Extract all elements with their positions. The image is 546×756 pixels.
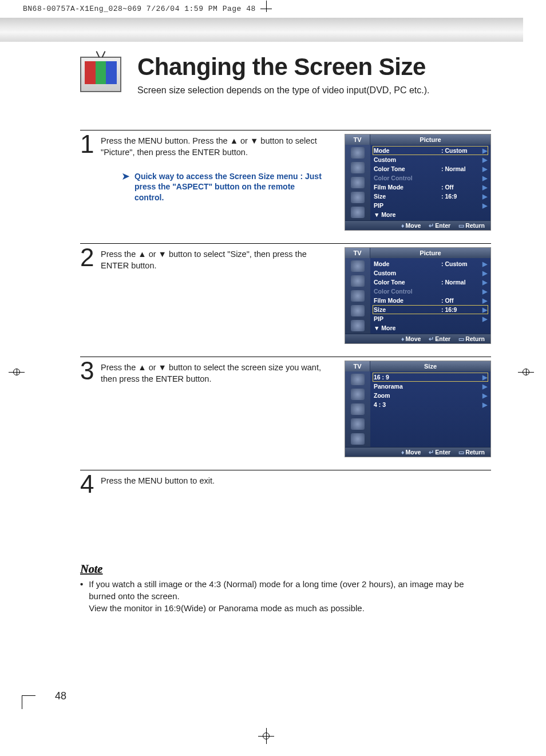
osd-sidebar — [345, 145, 370, 220]
menu-item: Custom▶ — [373, 268, 488, 278]
crop-mark-icon — [14, 695, 42, 724]
osd-menu: Mode: Custom▶Custom▶Color Tone: Normal▶C… — [370, 258, 490, 334]
menu-item: PIP▶ — [373, 201, 488, 210]
step-number: 2 — [80, 247, 95, 272]
menu-item: Zoom▶ — [373, 391, 488, 400]
divider — [80, 243, 491, 244]
osd-sidebar — [345, 371, 370, 447]
osd-menu: 16 : 9▶Panorama▶Zoom▶4 : 3▶ — [370, 371, 490, 447]
sidebar-icon — [351, 290, 365, 302]
osd-title: Picture — [370, 248, 490, 258]
divider — [80, 130, 491, 130]
osd-footer: ♦Move ↵Enter ▭Return — [345, 447, 490, 457]
divider — [80, 357, 491, 357]
sidebar-icon — [351, 374, 365, 385]
menu-item: Mode: Custom▶ — [373, 146, 488, 155]
crop-mark-icon — [2, 366, 31, 395]
page-subtitle: Screen size selection depends on the typ… — [137, 85, 430, 96]
divider — [80, 470, 491, 470]
osd-screenshot-3: TV Size 16 : 9▶Panorama▶Zoom▶4 : 3▶ ♦Mov… — [345, 361, 491, 457]
sidebar-icon — [351, 162, 365, 173]
note-heading: Note — [80, 563, 491, 576]
tip-text: Quick way to access the Screen Size menu… — [134, 171, 324, 204]
menu-item: Color Tone: Normal▶ — [373, 164, 488, 173]
osd-footer: ♦Move ↵Enter ▭Return — [345, 220, 490, 230]
menu-item: 16 : 9▶ — [373, 373, 488, 382]
menu-item: ▼ More — [373, 323, 488, 333]
osd-tv-label: TV — [345, 361, 370, 371]
sidebar-icon — [351, 260, 365, 272]
step-text: Press the ▲ or ▼ button to select the sc… — [101, 361, 324, 385]
sidebar-icon — [351, 207, 365, 218]
menu-item: ▼ More — [373, 210, 488, 219]
crop-mark-icon — [252, 722, 280, 750]
osd-screenshot-2: TV Picture Mode: Custom▶Custom▶Color Ton… — [345, 247, 491, 344]
menu-item: Size: 16:9▶ — [373, 192, 488, 201]
menu-item: Film Mode: Off▶ — [373, 296, 488, 305]
crop-mark-icon — [252, 1, 280, 29]
step-3: 3 Press the ▲ or ▼ button to select the … — [80, 361, 491, 457]
sidebar-icon — [351, 389, 365, 400]
menu-item: Color Control▶ — [373, 287, 488, 296]
crop-mark-icon — [512, 366, 540, 395]
tv-icon — [80, 57, 121, 92]
menu-item: Size: 16:9▶ — [373, 305, 488, 314]
step-number: 1 — [80, 134, 95, 216]
menu-item: Custom▶ — [373, 155, 488, 164]
page-title: Changing the Screen Size — [137, 53, 430, 81]
sidebar-icon — [351, 275, 365, 287]
menu-item: PIP▶ — [373, 314, 488, 323]
osd-tv-label: TV — [345, 248, 370, 258]
step-text: Press the MENU button to exit. — [101, 474, 215, 494]
title-row: Changing the Screen Size Screen size sel… — [80, 53, 491, 96]
step-number: 4 — [80, 474, 95, 494]
step-text: Press the MENU button. Press the ▲ or ▼ … — [101, 134, 324, 159]
step-text: Press the ▲ or ▼ button to select "Size"… — [101, 247, 324, 272]
menu-item: Color Tone: Normal▶ — [373, 278, 488, 287]
menu-item: 4 : 3▶ — [373, 400, 488, 409]
sidebar-icon — [351, 320, 365, 331]
osd-title: Size — [370, 361, 490, 371]
step-4: 4 Press the MENU button to exit. — [80, 474, 491, 494]
osd-sidebar — [345, 258, 370, 334]
page-content: Changing the Screen Size Screen size sel… — [0, 42, 546, 614]
osd-screenshot-1: TV Picture Mode: Custom▶Custom▶Color Ton… — [345, 134, 491, 231]
sidebar-icon — [351, 433, 365, 445]
sidebar-icon — [351, 418, 365, 430]
sidebar-icon — [351, 403, 365, 415]
step-1: 1 Press the MENU button. Press the ▲ or … — [80, 134, 491, 231]
page-number: 48 — [55, 690, 66, 702]
tip-arrow-icon: ➤ — [121, 171, 130, 204]
sidebar-icon — [351, 147, 365, 159]
osd-footer: ♦Move ↵Enter ▭Return — [345, 334, 490, 343]
sidebar-icon — [351, 192, 365, 203]
sidebar-icon — [351, 177, 365, 188]
menu-item: Mode: Custom▶ — [373, 259, 488, 268]
menu-item: Panorama▶ — [373, 382, 488, 391]
osd-title: Picture — [370, 134, 490, 145]
menu-item: Film Mode: Off▶ — [373, 183, 488, 192]
tip: ➤ Quick way to access the Screen Size me… — [121, 171, 324, 204]
osd-menu: Mode: Custom▶Custom▶Color Tone: Normal▶C… — [370, 145, 490, 220]
note-section: Note If you watch a still image or the 4… — [80, 563, 491, 614]
note-text: If you watch a still image or the 4:3 (N… — [89, 578, 491, 614]
menu-item: Color Control▶ — [373, 173, 488, 183]
step-number: 3 — [80, 361, 95, 385]
step-2: 2 Press the ▲ or ▼ button to select "Siz… — [80, 247, 491, 344]
osd-tv-label: TV — [345, 134, 370, 145]
sidebar-icon — [351, 305, 365, 316]
